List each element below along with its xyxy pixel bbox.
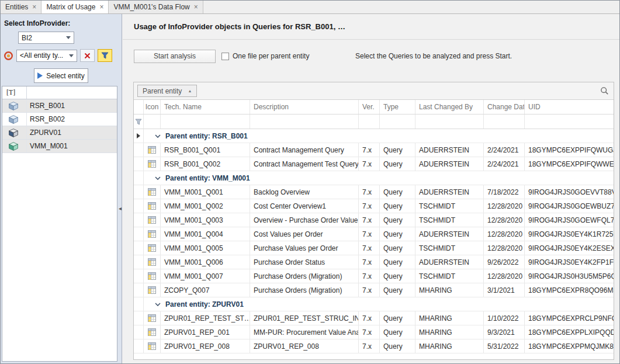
- column-header-icon[interactable]: Icon: [144, 100, 161, 114]
- main-area: Usage of InfoProvider objects in Queries…: [123, 14, 619, 363]
- collapse-sidebar-icon[interactable]: ◂: [119, 205, 122, 212]
- filter-cell-icon[interactable]: [144, 115, 161, 129]
- query-row[interactable]: RSR_B001_Q001Contract Management Query7.…: [134, 143, 614, 157]
- page-title: Usage of InfoProvider objects in Queries…: [123, 14, 619, 40]
- column-header-description[interactable]: Description: [250, 100, 359, 114]
- cell-change-date: 9/3/2021: [484, 325, 525, 339]
- collapse-group-icon[interactable]: [155, 303, 161, 306]
- filter-cell-description[interactable]: [250, 115, 359, 129]
- query-row[interactable]: VMM_M001_Q003Overview - Purchase Order V…: [134, 213, 614, 227]
- cell-description: ZPUR01_REP_TEST_STRUC_INPROV: [250, 311, 359, 325]
- group-header-row[interactable]: Parent entity: VMM_M001: [134, 171, 614, 185]
- query-row[interactable]: RSR_B001_Q002Contract Management Test Qu…: [134, 157, 614, 171]
- query-row[interactable]: VMM_M001_Q002Cost Center Overview17.xQue…: [134, 199, 614, 213]
- collapse-group-icon[interactable]: [155, 176, 161, 180]
- cell-description: Purchase Order Status: [250, 255, 359, 269]
- cell-uid: 9IROG4JRJS0EY4K2FP1FCN94C: [525, 255, 614, 269]
- query-icon: [144, 185, 161, 199]
- column-header-change-date[interactable]: Change Date: [484, 100, 525, 114]
- filter-cell-uid[interactable]: [525, 115, 614, 129]
- auto-filter-row: [134, 115, 614, 129]
- table-body: Parent entity: RSR_B001RSR_B001_Q001Cont…: [134, 129, 614, 359]
- tab-label: VMM_M001's Data Flow: [113, 3, 189, 11]
- group-header-row[interactable]: Parent entity: ZPURV01: [134, 297, 614, 311]
- cell-tech-name: ZPUR01_REP_TEST_ST…: [161, 311, 250, 325]
- one-file-per-parent-checkbox[interactable]: [221, 53, 229, 60]
- query-row[interactable]: VMM_M001_Q006Purchase Order Status7.xQue…: [134, 255, 614, 269]
- row-indicator-cell: [134, 143, 144, 157]
- filter-cell-type[interactable]: [380, 115, 415, 129]
- column-header-uid[interactable]: UID: [525, 100, 614, 114]
- collapse-group-icon[interactable]: [155, 134, 161, 138]
- cell-description: Overview - Purchase Order Value per …: [250, 213, 359, 227]
- entity-type-dropdown-value: <All entity ty...: [20, 51, 67, 60]
- select-entity-button[interactable]: Select entity: [34, 68, 88, 83]
- group-by-chip-parent-entity[interactable]: Parent entity ▲: [137, 85, 197, 97]
- search-icon[interactable]: [600, 86, 609, 95]
- cell-change-date: 7/18/2022: [484, 185, 525, 199]
- query-row[interactable]: ZCOPY_Q007Purchase Orders (Migration)7.x…: [134, 283, 614, 297]
- close-icon[interactable]: ×: [32, 4, 36, 11]
- cell-last-changed-by: MHARING: [415, 311, 484, 325]
- filter-funnel-icon: [101, 52, 109, 59]
- filter-cell-tech-name[interactable]: [161, 115, 250, 129]
- text-filter-icon[interactable]: [T]: [2, 86, 27, 99]
- query-icon: [144, 311, 161, 325]
- filter-cell-change-date[interactable]: [484, 115, 525, 129]
- checkbox-label: One file per parent entity: [233, 52, 309, 60]
- tab-entities[interactable]: Entities ×: [1, 1, 41, 13]
- query-icon: [144, 241, 161, 255]
- tab-matrix-of-usage[interactable]: Matrix of Usage ×: [41, 1, 109, 13]
- column-header-type[interactable]: Type: [380, 100, 415, 114]
- cell-tech-name: ZPURV01_REP_008: [161, 339, 250, 353]
- cell-ver: 7.x: [359, 199, 380, 213]
- column-header-tech-name[interactable]: Tech. Name: [161, 100, 250, 114]
- cell-type: Query: [380, 311, 415, 325]
- cell-uid: 18GYMPC6EXPR8QO96M8C5M…: [525, 283, 614, 297]
- cell-ver: 7.x: [359, 255, 380, 269]
- cell-uid: 18GYMPC6EXPPLXIPQQDEWTI…: [525, 325, 614, 339]
- group-header-cell: Parent entity: VMM_M001: [144, 171, 614, 185]
- entity-list-item[interactable]: VMM_M001: [2, 140, 117, 153]
- close-icon[interactable]: ×: [194, 4, 198, 11]
- entity-name: VMM_M001: [27, 140, 117, 152]
- cell-description: Purchase Orders (Migration): [250, 269, 359, 283]
- query-row[interactable]: ZPUR01_REP_TEST_ST…ZPUR01_REP_TEST_STRUC…: [134, 311, 614, 325]
- filter-cell-ver[interactable]: [359, 115, 380, 129]
- query-icon: [144, 255, 161, 269]
- query-row[interactable]: ZPURV01_REP_001MM-PUR: Procurement Value…: [134, 325, 614, 339]
- query-icon: [144, 213, 161, 227]
- clear-filter-button[interactable]: [80, 49, 95, 62]
- tab-data-flow[interactable]: VMM_M001's Data Flow ×: [109, 1, 203, 13]
- query-icon: [144, 339, 161, 353]
- query-row[interactable]: VMM_M001_Q007Purchase Orders (Migration)…: [134, 269, 614, 283]
- cell-type: Query: [380, 213, 415, 227]
- query-row[interactable]: VMM_M001_Q004Cost Values per Order7.xQue…: [134, 227, 614, 241]
- group-label: Parent entity: RSR_B001: [165, 132, 248, 140]
- entity-list-item[interactable]: RSR_B002: [2, 113, 117, 126]
- column-header-last-changed-by[interactable]: Last Changed By: [415, 100, 484, 114]
- entity-list-item[interactable]: ZPURV01: [2, 126, 117, 140]
- cell-change-date: 12/28/2020: [484, 227, 525, 241]
- entity-list: [T] RSR_B001RSR_B002ZPURV01VMM_M001: [2, 86, 117, 362]
- filter-button[interactable]: [98, 49, 112, 62]
- query-row[interactable]: VMM_M001_Q001Backlog Overview7.xQueryADU…: [134, 185, 614, 199]
- cell-tech-name: VMM_M001_Q001: [161, 185, 250, 199]
- query-row[interactable]: ZPURV01_REP_008ZPURV01_REP_0087.xQueryMH…: [134, 339, 614, 353]
- filter-cell-last-changed-by[interactable]: [415, 115, 484, 129]
- select-infoprovider-panel: Select InfoProvider: BI2 <All entity ty.…: [1, 14, 122, 363]
- entity-type-dropdown[interactable]: <All entity ty...: [16, 50, 77, 62]
- system-dropdown[interactable]: BI2: [18, 32, 74, 44]
- query-row[interactable]: VMM_M001_Q005Purchase Values per Order7.…: [134, 241, 614, 255]
- group-header-row[interactable]: Parent entity: RSR_B001: [134, 129, 614, 143]
- cell-uid: 18GYMPC6EXPPMQJMK8MDQJ…: [525, 339, 614, 353]
- close-icon[interactable]: ×: [99, 4, 103, 11]
- query-icon: [144, 227, 161, 241]
- column-header-ver[interactable]: Ver.: [359, 100, 380, 114]
- row-indicator-cell: [134, 213, 144, 227]
- cell-last-changed-by: ADUERRSTEIN: [415, 227, 484, 241]
- scope-target-icon[interactable]: [4, 51, 13, 61]
- entity-list-item[interactable]: RSR_B001: [2, 99, 117, 113]
- start-analysis-button[interactable]: Start analysis: [134, 50, 216, 63]
- cell-ver: 7.x: [359, 339, 380, 353]
